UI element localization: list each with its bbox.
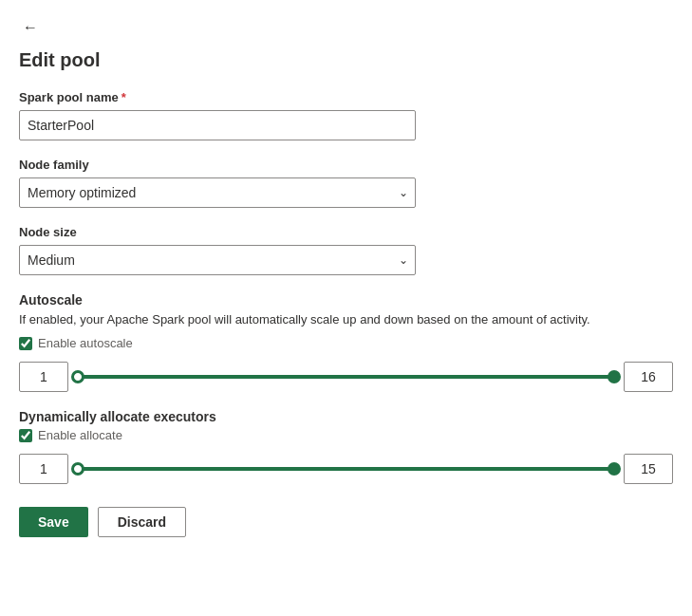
required-indicator: * xyxy=(122,90,126,104)
save-button[interactable]: Save xyxy=(19,507,88,537)
node-family-select[interactable]: Memory optimized General Purpose Compute… xyxy=(19,177,416,208)
autoscale-slider-track[interactable] xyxy=(78,375,614,379)
spark-pool-name-input[interactable] xyxy=(19,110,416,140)
autoscale-checkbox[interactable] xyxy=(19,337,32,350)
node-size-select-wrapper: Small Medium Large XLarge XXLarge ⌄ xyxy=(19,245,416,275)
dynamic-executors-slider-row: 1 15 xyxy=(19,454,673,484)
node-size-label: Node size xyxy=(19,225,673,239)
dynamic-executors-slider-track-wrapper xyxy=(78,459,614,478)
autoscale-slider-right-thumb[interactable] xyxy=(608,370,621,383)
node-size-field: Node size Small Medium Large XLarge XXLa… xyxy=(19,225,673,275)
discard-button[interactable]: Discard xyxy=(98,507,186,537)
dynamic-executors-section: Dynamically allocate executors Enable al… xyxy=(19,409,673,484)
enable-allocate-label: Enable allocate xyxy=(38,428,122,442)
dynamic-executors-checkbox-row: Enable allocate xyxy=(19,428,673,442)
autoscale-checkbox-row: Enable autoscale xyxy=(19,336,673,350)
node-family-select-wrapper: Memory optimized General Purpose Compute… xyxy=(19,177,416,208)
back-icon: ← xyxy=(23,19,38,36)
autoscale-slider-track-wrapper xyxy=(78,367,614,386)
autoscale-min-box: 1 xyxy=(19,362,68,392)
autoscale-description: If enabled, your Apache Spark pool will … xyxy=(19,311,673,328)
autoscale-title: Autoscale xyxy=(19,292,673,308)
back-button[interactable]: ← xyxy=(19,15,42,40)
dynamic-executors-slider-track[interactable] xyxy=(78,467,614,471)
autoscale-max-box: 16 xyxy=(624,362,673,392)
spark-pool-name-field: Spark pool name* xyxy=(19,90,673,140)
spark-pool-name-label: Spark pool name* xyxy=(19,90,673,104)
node-family-label: Node family xyxy=(19,158,673,172)
autoscale-section: Autoscale If enabled, your Apache Spark … xyxy=(19,292,673,392)
dynamic-executors-min-box: 1 xyxy=(19,454,68,484)
autoscale-checkbox-label: Enable autoscale xyxy=(38,336,133,350)
dynamic-executors-title: Dynamically allocate executors xyxy=(19,409,673,424)
enable-allocate-checkbox[interactable] xyxy=(19,429,32,442)
autoscale-slider-left-thumb[interactable] xyxy=(71,370,84,383)
dynamic-executors-slider-right-thumb[interactable] xyxy=(608,462,621,476)
node-family-field: Node family Memory optimized General Pur… xyxy=(19,158,673,208)
action-buttons: Save Discard xyxy=(19,507,673,537)
dynamic-executors-max-box: 15 xyxy=(624,454,673,484)
page-title: Edit pool xyxy=(19,49,673,71)
dynamic-executors-slider-left-thumb[interactable] xyxy=(71,462,84,476)
autoscale-slider-row: 1 16 xyxy=(19,362,673,392)
node-size-select[interactable]: Small Medium Large XLarge XXLarge xyxy=(19,245,416,275)
